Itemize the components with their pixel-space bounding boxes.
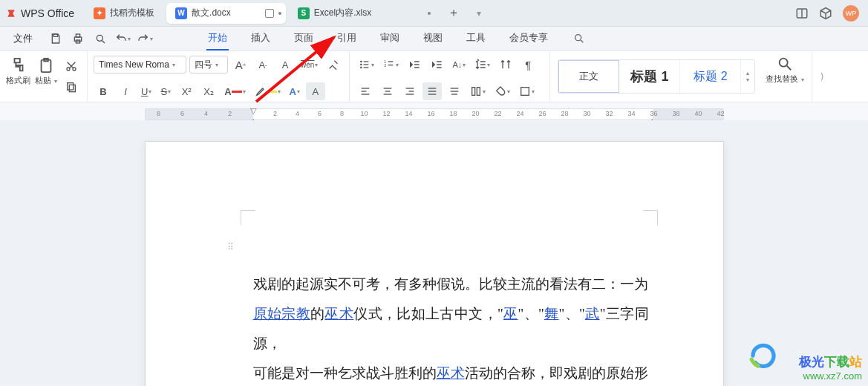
- menu-search-icon[interactable]: [570, 30, 588, 48]
- clear-format-icon[interactable]: [324, 56, 343, 73]
- ruler-num: 16: [427, 110, 434, 117]
- menu-tab-vip[interactable]: 会员专享: [508, 27, 549, 50]
- horizontal-ruler[interactable]: ▽ △ △ 8 6 4 2 2 4 6 8 10 12 14 16 18 20 …: [145, 108, 724, 120]
- change-case-icon[interactable]: A: [275, 56, 295, 73]
- ruler-num: 6: [180, 110, 184, 117]
- link-text[interactable]: 原始宗教: [253, 306, 311, 321]
- undo-icon[interactable]: ▾: [113, 30, 132, 48]
- svg-point-16: [360, 61, 362, 63]
- style-body[interactable]: 正文: [558, 60, 619, 93]
- increase-indent-icon[interactable]: [427, 56, 446, 73]
- text-effect-button[interactable]: A▾: [287, 82, 303, 100]
- paste-label: 粘贴 ▾: [35, 75, 57, 86]
- tab-spreadsheet[interactable]: S Excel内容.xlsx: [289, 3, 440, 24]
- font-color-button[interactable]: A▾: [221, 82, 248, 100]
- preview-icon[interactable]: [91, 30, 110, 48]
- title-right: WP: [795, 5, 868, 22]
- new-tab-button[interactable]: ＋: [443, 3, 465, 24]
- italic-button[interactable]: I: [116, 82, 135, 100]
- ruler-num: 18: [449, 110, 457, 117]
- menu-tab-page[interactable]: 页面: [293, 27, 315, 50]
- document-body[interactable]: 戏剧的起源实不可考，有多种假说。比较主流的看法有二：一为 原始宗教的巫术仪式，比…: [253, 269, 649, 386]
- format-painter-button[interactable]: 格式刷: [6, 57, 30, 86]
- shading-icon[interactable]: ▾: [492, 82, 513, 100]
- text-direction-icon[interactable]: A↓▾: [449, 56, 469, 73]
- underline-button[interactable]: U▾: [138, 82, 154, 100]
- cut-icon[interactable]: [62, 57, 81, 75]
- link-text[interactable]: 巫术: [324, 306, 353, 321]
- increase-font-icon[interactable]: A+: [231, 56, 250, 73]
- bullets-button[interactable]: ▾: [356, 56, 377, 73]
- align-right-icon[interactable]: [400, 82, 420, 100]
- style-heading2[interactable]: 标题 2: [680, 60, 741, 93]
- save-icon[interactable]: [46, 30, 65, 48]
- svg-line-9: [581, 40, 583, 42]
- phonetic-guide-icon[interactable]: wén▾: [298, 56, 321, 73]
- paste-button[interactable]: 粘贴 ▾: [35, 57, 57, 86]
- user-avatar[interactable]: WP: [843, 5, 859, 22]
- align-distribute-icon[interactable]: [445, 82, 464, 100]
- align-left-icon[interactable]: [356, 82, 375, 100]
- menu-tab-start[interactable]: 开始: [206, 27, 229, 50]
- menu-tab-ref[interactable]: 引用: [336, 27, 358, 50]
- borders-icon[interactable]: ▾: [516, 82, 538, 100]
- decrease-font-icon[interactable]: A-: [253, 56, 273, 73]
- align-center-icon[interactable]: [378, 82, 397, 100]
- svg-rect-4: [76, 34, 79, 37]
- bold-button[interactable]: B: [94, 82, 113, 100]
- tab-overflow[interactable]: ▾: [468, 3, 490, 24]
- menu-tab-insert[interactable]: 插入: [249, 27, 272, 50]
- text: 活动的合称，即戏剧的原始形: [465, 365, 648, 381]
- quick-access: ▾ ▾: [46, 30, 154, 48]
- tab-templates[interactable]: ✦ 找稻壳模板: [85, 3, 163, 24]
- char-shading-button[interactable]: A: [306, 82, 325, 100]
- menu-tab-view[interactable]: 视图: [422, 27, 444, 50]
- first-line-indent-marker[interactable]: ▽: [250, 106, 256, 116]
- sort-icon[interactable]: [496, 56, 515, 73]
- paragraph-handle-icon[interactable]: ⠿: [227, 242, 235, 252]
- link-text[interactable]: 巫术: [437, 365, 465, 381]
- superscript-button[interactable]: X²: [177, 82, 196, 100]
- style-heading1[interactable]: 标题 1: [619, 60, 680, 93]
- ruler-num: 38: [672, 110, 679, 117]
- line-spacing-icon[interactable]: ▾: [471, 56, 493, 73]
- find-replace-button[interactable]: 查找替换 ▾: [758, 51, 812, 89]
- print-icon[interactable]: [68, 30, 88, 48]
- font-size-select[interactable]: 四号▾: [189, 56, 228, 73]
- cube-icon[interactable]: [819, 7, 832, 20]
- highlight-button[interactable]: ▾: [252, 82, 284, 100]
- xls-icon: S: [298, 7, 310, 19]
- menu-tab-tools[interactable]: 工具: [465, 27, 487, 50]
- subscript-button[interactable]: X₂: [199, 82, 218, 100]
- document-page[interactable]: ⠿ 戏剧的起源实不可考，有多种假说。比较主流的看法有二：一为 原始宗教的巫术仪式…: [145, 141, 724, 386]
- app-name: WPS Office: [21, 7, 74, 19]
- ruler-num: 24: [516, 110, 523, 117]
- svg-rect-15: [69, 85, 75, 91]
- ruler-num: 4: [204, 110, 208, 117]
- layout-icon[interactable]: [795, 7, 809, 20]
- tab-document-active[interactable]: W 散文.docx: [166, 3, 286, 24]
- align-justify-icon[interactable]: [422, 82, 442, 100]
- file-menu[interactable]: 文件: [3, 32, 43, 45]
- link-text[interactable]: 武: [585, 306, 600, 321]
- find-label: 查找替换: [766, 74, 798, 83]
- decrease-indent-icon[interactable]: [405, 56, 424, 73]
- strike-button[interactable]: S▾: [157, 82, 174, 100]
- numbering-button[interactable]: 12▾: [380, 56, 402, 73]
- link-text[interactable]: 舞: [544, 306, 559, 321]
- collapse-ribbon-icon[interactable]: ⟩: [812, 51, 832, 102]
- menu-tab-review[interactable]: 审阅: [379, 27, 401, 50]
- link-text[interactable]: 巫: [503, 306, 518, 321]
- margin-corner-tl: [241, 210, 255, 225]
- show-marks-icon[interactable]: ¶: [518, 56, 538, 73]
- tab-dot: [278, 12, 281, 15]
- tab-minimize-icon[interactable]: [265, 9, 274, 18]
- font-name-select[interactable]: Times New Roma▾: [94, 56, 186, 73]
- ruler-num: 34: [627, 110, 635, 117]
- editor-canvas[interactable]: ⠿ 戏剧的起源实不可考，有多种假说。比较主流的看法有二：一为 原始宗教的巫术仪式…: [0, 120, 868, 386]
- redo-icon[interactable]: ▾: [135, 30, 154, 48]
- ruler-num: 36: [650, 110, 657, 117]
- columns-icon[interactable]: ▾: [467, 82, 489, 100]
- style-more[interactable]: ▴▾: [741, 70, 754, 83]
- copy-icon[interactable]: [62, 78, 81, 96]
